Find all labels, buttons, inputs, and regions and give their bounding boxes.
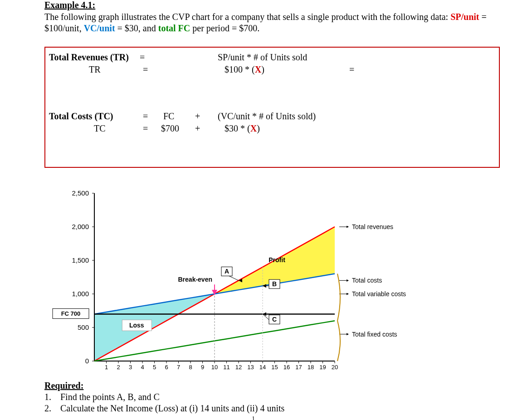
fc-label: total FC — [158, 23, 190, 33]
tr2-r2: ) — [261, 64, 264, 74]
tc1-plus: + — [195, 111, 200, 122]
x-tick-label: 16 — [283, 364, 290, 371]
tc2-eq: = — [143, 123, 148, 134]
marker-label-C: C — [272, 316, 277, 323]
x-tick-label: 6 — [165, 364, 168, 371]
y-tick-label: 500 — [78, 323, 89, 331]
q1-text: Find the points A, B, and C — [60, 392, 160, 402]
brace — [337, 321, 340, 361]
fc-val: per period = $700. — [190, 23, 259, 33]
x-tick-label: 9 — [201, 364, 204, 371]
tc2-right: $30 * (X) — [225, 123, 260, 134]
x-tick-label: 3 — [129, 364, 132, 371]
tr2-left: TR — [89, 64, 101, 75]
legend-label-2: Total variable costs — [352, 290, 406, 298]
required-q2: 2. Calculate the Net Income (Loss) at (i… — [44, 403, 284, 414]
tr2-eq: = — [143, 64, 148, 75]
break-even-label: Break-even — [178, 276, 213, 283]
tr2-right: $100 * (X) — [225, 64, 264, 75]
y-tick-label: 0 — [85, 357, 89, 365]
y-tick-label: 1,500 — [72, 256, 89, 264]
vc-val: = $30, and — [115, 23, 158, 33]
tc2-fc: $700 — [161, 123, 179, 134]
tc-row1: Total Costs (TC) — [49, 111, 113, 122]
legend-label-1: Total costs — [352, 277, 382, 284]
x-tick-label: 20 — [332, 364, 338, 371]
q2-text: Calculate the Net Income (Loss) at (i) 1… — [60, 403, 284, 413]
x-tick-label: 8 — [189, 364, 192, 371]
cvp-svg: 05001,0001,5002,0002,5001234567891011121… — [44, 175, 444, 379]
tc1-fc: FC — [163, 111, 174, 122]
tc2-x: X — [250, 123, 257, 133]
tc1-left: Total Costs (TC) — [49, 111, 113, 121]
y-tick-label: 2,500 — [72, 189, 89, 197]
x-tick-label: 1 — [105, 364, 108, 371]
tr-row1: Total Revenues (TR) = — [49, 52, 145, 63]
tc2-left: TC — [94, 123, 106, 134]
tr1-left: Total Revenues (TR) — [49, 52, 129, 62]
x-tick-label: 2 — [117, 364, 120, 371]
x-tick-label: 18 — [308, 364, 314, 371]
required-q1: 1. Find the points A, B, and C — [44, 391, 284, 403]
required-block: Required: 1. Find the points A, B, and C… — [44, 380, 284, 414]
x-tick-label: 12 — [235, 364, 242, 371]
cvp-chart: 05001,0001,5002,0002,5001234567891011121… — [44, 175, 444, 379]
x-tick-label: 14 — [259, 364, 266, 371]
formula-box: Total Revenues (TR) = SP/unit * # of Uni… — [44, 47, 500, 168]
x-tick-label: 11 — [223, 364, 230, 371]
tc2-r1: $30 * ( — [225, 123, 250, 133]
tr2-tail: = — [349, 64, 354, 75]
tc2-plus: + — [195, 123, 200, 134]
marker-label-B: B — [272, 280, 277, 288]
x-tick-label: 19 — [319, 364, 326, 371]
example-title: Example 4.1: — [44, 0, 95, 10]
sp-label: SP/unit — [450, 12, 479, 22]
tr2-r1: $100 * ( — [225, 64, 255, 74]
required-heading: Required: — [44, 380, 284, 391]
intro-pre: The following graph illustrates the CVP … — [44, 12, 450, 22]
x-tick-label: 10 — [211, 364, 218, 371]
x-tick-label: 7 — [177, 364, 180, 371]
tc1-eq: = — [143, 111, 148, 122]
loss-label: Loss — [129, 322, 144, 329]
tc1-right: (VC/unit * # of Units sold) — [218, 111, 316, 122]
intro-paragraph: The following graph illustrates the CVP … — [44, 11, 507, 34]
tr1-right: SP/unit * # of Units sold — [218, 52, 307, 63]
legend-label-3: Total fixed costs — [352, 331, 397, 338]
marker-arrowhead-C — [263, 312, 266, 316]
page-number: 1 — [252, 415, 255, 420]
tc2-r2: ) — [257, 123, 260, 133]
vc-label: VC/unit — [84, 23, 115, 33]
x-tick-label: 5 — [153, 364, 156, 371]
x-tick-label: 17 — [295, 364, 302, 371]
fc-label: FC 700 — [61, 310, 81, 317]
x-tick-label: 4 — [141, 364, 144, 371]
x-tick-label: 13 — [247, 364, 254, 371]
tr2-x: X — [255, 64, 261, 74]
legend-label-0: Total revenues — [352, 223, 393, 230]
profit-label: Profit — [269, 256, 285, 264]
y-tick-label: 2,000 — [72, 223, 89, 230]
x-tick-label: 15 — [271, 364, 278, 371]
marker-label-A: A — [225, 268, 229, 275]
y-tick-label: 1,000 — [72, 290, 89, 298]
tr1-eq: = — [140, 52, 145, 62]
brace — [337, 274, 340, 321]
